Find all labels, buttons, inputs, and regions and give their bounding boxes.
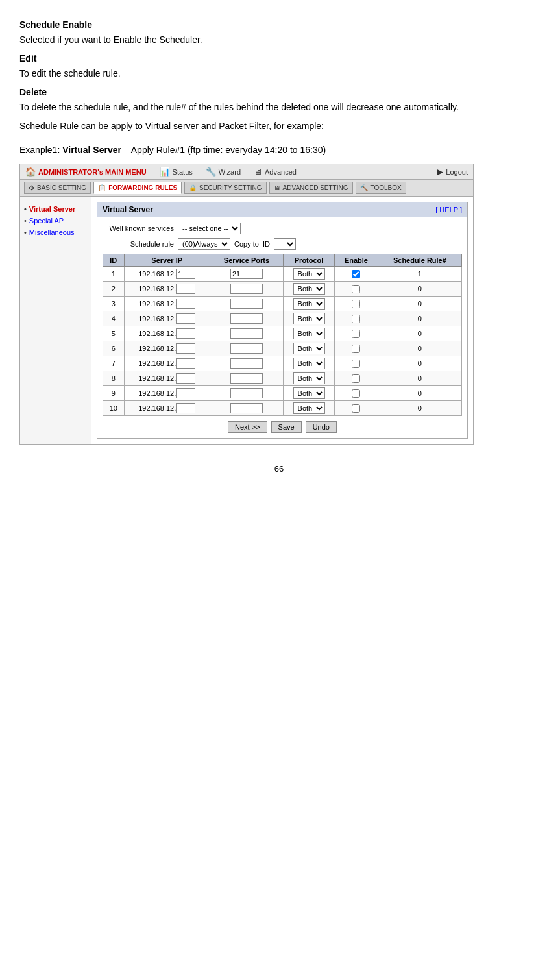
sidebar-item-miscellaneous[interactable]: Miscellaneous [24,226,87,238]
cell-schedule-rule: 0 [378,341,461,356]
ip-end-input[interactable] [176,299,195,309]
copy-to-id-select[interactable]: -- [274,238,296,250]
protocol-select[interactable]: Both [293,313,325,324]
protocol-select[interactable]: Both [293,402,325,414]
enable-checkbox[interactable] [352,330,360,338]
table-row: 3192.168.12.Both0 [103,297,462,311]
nav-toolbox[interactable]: 🔨 TOOLBOX [356,182,406,194]
nav-main-menu[interactable]: 🏠 ADMINISTRATOR's MAIN MENU [25,167,147,177]
enable-checkbox[interactable] [352,285,360,293]
nav-advanced-setting[interactable]: 🖥 ADVANCED SETTING [269,182,353,194]
nav-forwarding-rules-label: FORWARDING RULES [108,184,177,191]
table-row: 7192.168.12.Both0 [103,356,462,371]
protocol-select[interactable]: Both [293,328,325,339]
col-schedule-rule: Schedule Rule# [378,254,461,267]
panel: Virtual Server [ HELP ] Well known servi… [97,202,468,439]
ip-end-input[interactable] [176,284,195,294]
sidebar: Virtual Server Special AP Miscellaneous [20,197,91,444]
table-row: 4192.168.12.Both0 [103,311,462,326]
nav-security-setting-label: SECURITY SETTING [199,184,262,191]
schedule-rule-label: Schedule rule [103,240,174,248]
cell-schedule-rule: 0 [378,386,461,401]
port-input[interactable] [230,388,263,398]
save-button[interactable]: Save [271,421,302,433]
cell-id: 3 [103,297,125,311]
cell-protocol: Both [284,356,335,371]
nav-wizard[interactable]: 🔧 Wizard [206,167,241,177]
port-input[interactable] [230,343,263,354]
cell-service-ports [210,356,283,371]
cell-service-ports [210,341,283,356]
protocol-select[interactable]: Both [293,283,325,295]
enable-checkbox[interactable] [352,374,360,383]
protocol-select[interactable]: Both [293,268,325,280]
protocol-select[interactable]: Both [293,343,325,354]
cell-schedule-rule: 1 [378,267,461,282]
protocol-select[interactable]: Both [293,372,325,384]
schedule-enable-label: Schedule Enable [19,18,539,32]
port-input[interactable] [230,313,263,324]
nav-forwarding-rules[interactable]: 📋 FORWARDING RULES [93,182,182,194]
nav-advanced[interactable]: 🖥 Advanced [254,167,297,177]
cell-enable [335,356,378,371]
nav-advanced-setting-label: ADVANCED SETTING [283,184,348,191]
security-setting-icon: 🔒 [189,184,197,191]
col-service-ports: Service Ports [210,254,283,267]
port-input[interactable] [230,284,263,294]
ip-prefix: 192.168.12. [138,330,176,337]
logout-icon: ▶ [437,167,443,177]
sidebar-item-special-ap[interactable]: Special AP [24,215,87,226]
enable-checkbox[interactable] [352,404,360,413]
ip-end-input[interactable] [176,358,195,369]
ip-end-input[interactable] [176,388,195,398]
protocol-select[interactable]: Both [293,298,325,310]
ip-end-input[interactable] [176,343,195,354]
protocol-select[interactable]: Both [293,358,325,369]
help-link[interactable]: [ HELP ] [435,206,462,213]
buttons-row: Next >> Save Undo [103,421,462,433]
sidebar-item-virtual-server[interactable]: Virtual Server [24,203,87,215]
cell-server-ip: 192.168.12. [124,326,210,341]
nav-basic-setting[interactable]: ⚙ BASIC SETTING [24,182,91,194]
port-input[interactable] [230,403,263,413]
ip-prefix: 192.168.12. [138,315,176,323]
nav-logout-label: Logout [446,168,468,176]
enable-checkbox[interactable] [352,360,360,368]
protocol-select[interactable]: Both [293,387,325,399]
cell-id: 9 [103,386,125,401]
port-input[interactable] [230,269,263,279]
nav-logout[interactable]: ▶ Logout [437,167,468,177]
port-input[interactable] [230,328,263,339]
port-input[interactable] [230,358,263,369]
undo-button[interactable]: Undo [306,421,337,433]
cell-protocol: Both [284,297,335,311]
next-button[interactable]: Next >> [228,421,267,433]
cell-server-ip: 192.168.12. [124,386,210,401]
schedule-enable-text: Selected if you want to Enable the Sched… [19,33,539,47]
enable-checkbox[interactable] [352,300,360,308]
port-input[interactable] [230,299,263,309]
enable-checkbox[interactable] [352,270,360,278]
table-row: 2192.168.12.Both0 [103,282,462,297]
ip-end-input[interactable] [176,403,195,413]
status-icon: 📊 [160,167,170,177]
cell-service-ports [210,297,283,311]
ip-end-input[interactable] [176,328,195,339]
enable-checkbox[interactable] [352,315,360,323]
enable-checkbox[interactable] [352,389,360,398]
well-known-select[interactable]: -- select one -- [178,223,241,234]
nav-security-setting[interactable]: 🔒 SECURITY SETTING [184,182,267,194]
ip-end-input[interactable] [176,373,195,384]
ip-end-input[interactable] [176,269,195,279]
router-ui: 🏠 ADMINISTRATOR's MAIN MENU 📊 Status 🔧 W… [19,164,474,445]
nav-status[interactable]: 📊 Status [160,167,193,177]
cell-server-ip: 192.168.12. [124,267,210,282]
ip-end-input[interactable] [176,313,195,324]
sidebar-miscellaneous-label: Miscellaneous [29,228,75,236]
nav-main-menu-label: ADMINISTRATOR's MAIN MENU [38,168,147,176]
cell-enable [335,311,378,326]
port-input[interactable] [230,373,263,384]
schedule-rule-select[interactable]: (00)Always [178,238,230,250]
enable-checkbox[interactable] [352,345,360,353]
sidebar-virtual-server-label: Virtual Server [29,205,75,213]
